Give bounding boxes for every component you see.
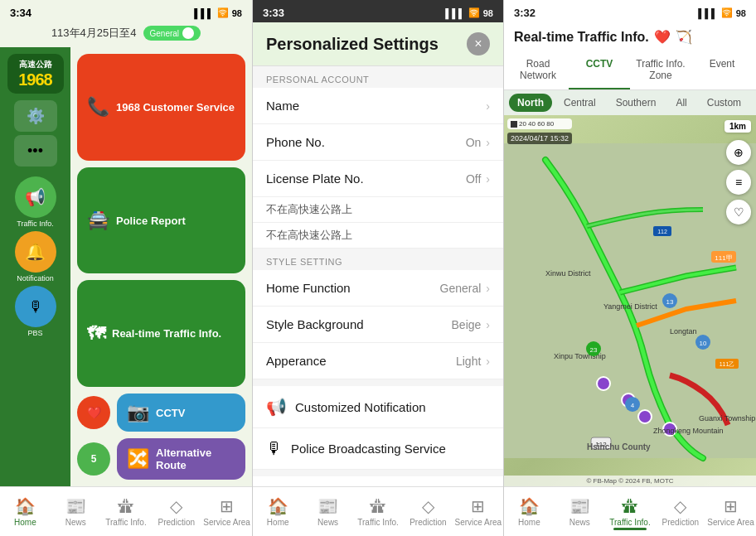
settings-button[interactable]: ⚙️ — [14, 100, 57, 132]
tab-service-area[interactable]: ⊞ Service Area — [201, 493, 252, 530]
language-row[interactable]: 🌐 Language 中文 / English — [253, 476, 503, 486]
map-svg: 112 111甲 Xinwu District Yangmei District… — [504, 115, 756, 486]
p2-news-icon: 📰 — [317, 496, 338, 516]
p3-news-icon: 📰 — [569, 496, 590, 516]
home-function-row[interactable]: Home Function General › — [253, 270, 503, 307]
tab-traffic-zone[interactable]: Traffic Info. Zone — [630, 51, 691, 89]
style-bg-row[interactable]: Style Background Beige › — [253, 307, 503, 343]
news-tab-icon: 📰 — [65, 496, 86, 516]
svg-text:Hsinchu County: Hsinchu County — [587, 442, 651, 451]
p2-prediction-icon: ◇ — [422, 496, 434, 516]
svg-text:112: 112 — [657, 229, 667, 234]
p3-title: Real-time Traffic Info. ❤️ 🏹 — [514, 29, 692, 45]
customer-service-btn[interactable]: 📞 1968 Customer Service — [77, 54, 245, 161]
name-value: › — [486, 99, 490, 113]
p3-tab-home[interactable]: 🏠 Home — [504, 493, 555, 530]
logo-title: 高速公路 — [12, 59, 59, 70]
more-button[interactable]: ••• — [14, 135, 57, 167]
p2-tab-home[interactable]: 🏠 Home — [253, 493, 303, 530]
p3-tab-service[interactable]: ⊞ Service Area — [705, 493, 756, 530]
p1-tabbar: 🏠 Home 📰 News 🛣 Traffic Info. ◇ Predicti… — [0, 486, 252, 536]
left-sidebar: 高速公路 1968 ⚙️ ••• 📢 Traffic Info. 🔔 Notif… — [0, 47, 70, 486]
plate-row[interactable]: License Plate No. Off › — [253, 161, 503, 197]
p3-header: Real-time Traffic Info. ❤️ 🏹 — [504, 22, 756, 51]
police-report-btn[interactable]: 🚔 Police Report — [77, 167, 245, 274]
p2-tab-prediction[interactable]: ◇ Prediction — [403, 493, 453, 530]
alt-route-label: Alternative Route — [156, 447, 235, 471]
battery-icon: 98 — [232, 8, 242, 18]
style-setting-header: STYLE SETTING — [253, 249, 503, 270]
logo-number: 1968 — [12, 70, 59, 89]
region-north[interactable]: North — [509, 94, 552, 112]
traffic-map-icon: 🗺 — [87, 323, 105, 345]
alt-route-row: 5 🔀 Alternative Route — [77, 438, 245, 480]
p3-tab-news[interactable]: 📰 News — [555, 493, 605, 530]
home-tab-icon: 🏠 — [15, 496, 36, 516]
tab-traffic[interactable]: 🛣 Traffic Info. — [101, 494, 152, 530]
p3-tab-traffic[interactable]: 🛣 Traffic Info. — [605, 494, 656, 530]
map-copyright: © FB-Map © 2024 FB, MOTC — [504, 476, 756, 486]
customized-notif-row[interactable]: 📢 Customized Notification — [253, 386, 503, 428]
general-toggle[interactable]: General — [143, 26, 201, 41]
route-icon: 🔀 — [127, 448, 149, 470]
notif-circle: 🔔 — [15, 231, 56, 273]
appearance-chevron: › — [486, 355, 490, 368]
phone-row[interactable]: Phone No. On › — [253, 124, 503, 161]
notification-btn[interactable]: 🔔 Notification — [15, 231, 56, 282]
close-button[interactable]: × — [467, 32, 490, 56]
tab-cctv[interactable]: CCTV — [569, 51, 630, 89]
traffic-info-btn[interactable]: 📢 Traffic Info. — [15, 176, 56, 228]
tab-event[interactable]: Event — [691, 51, 753, 89]
alt-route-btn[interactable]: 🔀 Alternative Route — [117, 438, 245, 480]
region-southern[interactable]: Southern — [608, 94, 665, 112]
svg-text:111甲: 111甲 — [715, 254, 732, 262]
notif-label-1: Customized Notification — [295, 400, 426, 414]
cctv-btn[interactable]: 📷 CCTV — [117, 394, 245, 432]
p2-traffic-icon: 🛣 — [370, 497, 386, 516]
divider-2 — [253, 470, 503, 476]
appearance-row[interactable]: Apperance Light › — [253, 343, 503, 379]
p3-tab-prediction[interactable]: ◇ Prediction — [655, 493, 705, 530]
p3-status-icons: ▌▌▌ 🛜 98 — [698, 7, 746, 18]
pbs-btn[interactable]: 🎙 PBS — [15, 286, 56, 337]
region-central[interactable]: Central — [555, 94, 604, 112]
notif-label: Notification — [17, 274, 54, 282]
name-row[interactable]: Name › — [253, 88, 503, 124]
wifi-icon: 🛜 — [217, 7, 229, 18]
home-function-value: General › — [440, 282, 490, 295]
p1-statusbar: 3:34 ▌▌▌ 🛜 98 — [0, 0, 252, 22]
tab-road-network[interactable]: Road Network — [507, 51, 569, 89]
pbs-notif-row[interactable]: 🎙 Police Broadcasting Service — [253, 428, 503, 470]
tab-prediction[interactable]: ◇ Prediction — [151, 493, 201, 530]
map-container[interactable]: 112 111甲 Xinwu District Yangmei District… — [504, 115, 756, 486]
heart-map-icon: ♡ — [734, 205, 744, 219]
pbs-label: PBS — [27, 329, 42, 337]
map-timestamp: 2024/04/17 15:32 — [507, 133, 572, 144]
signal-icon: ▌▌▌ — [194, 8, 213, 18]
layer-button[interactable]: ⊕ — [726, 140, 751, 165]
region-custom[interactable]: Custom — [699, 94, 749, 112]
police-report-label: Police Report — [116, 215, 186, 227]
region-all[interactable]: All — [667, 94, 695, 112]
p2-tab-service[interactable]: ⊞ Service Area — [453, 493, 503, 530]
p2-tab-traffic[interactable]: 🛣 Traffic Info. — [353, 494, 403, 530]
personal-account-header: PERSONAL ACCOUNT — [253, 66, 503, 88]
main-menu: 📞 1968 Customer Service 🚔 Police Report … — [70, 47, 252, 486]
cctv-label: CCTV — [156, 407, 185, 419]
name-chevron: › — [486, 99, 490, 113]
p2-status-icons: ▌▌▌ 🛜 98 — [445, 7, 493, 18]
notif-label-2: Police Broadcasting Service — [291, 442, 446, 456]
tab-home[interactable]: 🏠 Home — [0, 493, 51, 530]
heart-map-button[interactable]: ♡ — [726, 200, 751, 225]
svg-text:Xinwu District: Xinwu District — [545, 269, 591, 278]
divider-1 — [253, 379, 503, 386]
map-legend: 20 40 60 80 — [507, 118, 572, 129]
realtime-traffic-btn[interactable]: 🗺 Real-time Traffic Info. — [77, 280, 245, 387]
layers-stack-button[interactable]: ≡ — [726, 170, 751, 195]
plate-value: Off › — [466, 172, 490, 186]
p1-time: 3:34 — [10, 7, 32, 19]
svg-text:Zhongkeng Mountain: Zhongkeng Mountain — [653, 427, 724, 435]
tab-news[interactable]: 📰 News — [51, 493, 101, 530]
p2-tab-news[interactable]: 📰 News — [303, 493, 352, 530]
map-background: 112 111甲 Xinwu District Yangmei District… — [504, 115, 756, 486]
